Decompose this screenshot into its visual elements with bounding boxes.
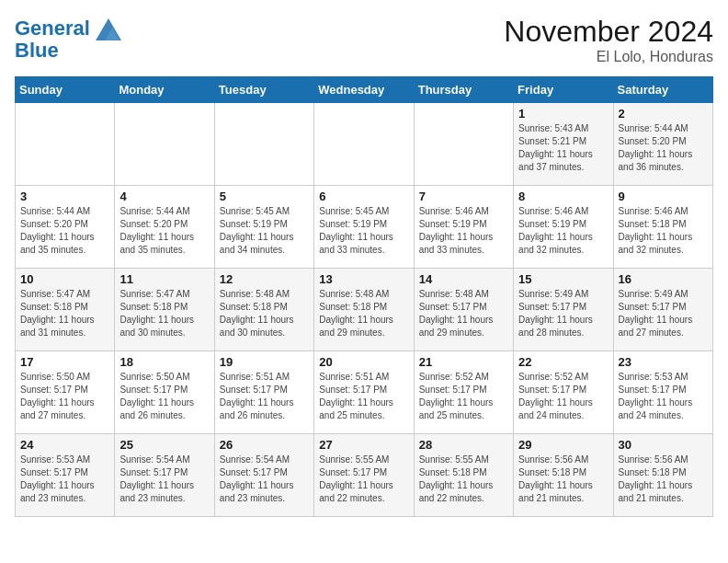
day-number: 18 xyxy=(119,355,209,369)
day-detail: Sunrise: 5:54 AM Sunset: 5:17 PM Dayligh… xyxy=(220,454,309,505)
calendar-cell: 19Sunrise: 5:51 AM Sunset: 5:17 PM Dayli… xyxy=(214,351,313,434)
day-detail: Sunrise: 5:47 AM Sunset: 5:18 PM Dayligh… xyxy=(119,288,209,339)
calendar-cell xyxy=(314,103,414,186)
page-header: General Blue November 2024 El Lolo, Hond… xyxy=(15,15,713,65)
day-number: 29 xyxy=(518,438,608,452)
day-detail: Sunrise: 5:46 AM Sunset: 5:19 PM Dayligh… xyxy=(518,205,608,257)
day-detail: Sunrise: 5:52 AM Sunset: 5:17 PM Dayligh… xyxy=(419,371,508,422)
day-detail: Sunrise: 5:43 AM Sunset: 5:21 PM Dayligh… xyxy=(518,122,608,174)
day-number: 17 xyxy=(20,355,109,369)
calendar-cell: 10Sunrise: 5:47 AM Sunset: 5:18 PM Dayli… xyxy=(16,269,115,351)
month-title: November 2024 xyxy=(504,15,713,49)
day-detail: Sunrise: 5:55 AM Sunset: 5:17 PM Dayligh… xyxy=(319,454,408,505)
calendar-cell xyxy=(214,103,313,186)
calendar-body: 1Sunrise: 5:43 AM Sunset: 5:21 PM Daylig… xyxy=(16,103,713,517)
day-header-thursday: Thursday xyxy=(414,77,513,103)
calendar-cell: 21Sunrise: 5:52 AM Sunset: 5:17 PM Dayli… xyxy=(414,351,513,434)
calendar-cell: 16Sunrise: 5:49 AM Sunset: 5:17 PM Dayli… xyxy=(613,269,712,351)
logo-text: General xyxy=(15,17,90,40)
day-detail: Sunrise: 5:46 AM Sunset: 5:18 PM Dayligh… xyxy=(619,205,708,257)
calendar-cell: 3Sunrise: 5:44 AM Sunset: 5:20 PM Daylig… xyxy=(16,186,115,269)
day-number: 10 xyxy=(20,272,109,286)
day-number: 4 xyxy=(119,190,209,203)
day-number: 8 xyxy=(518,190,608,203)
day-number: 14 xyxy=(419,272,508,286)
calendar-cell: 23Sunrise: 5:53 AM Sunset: 5:17 PM Dayli… xyxy=(613,351,712,434)
calendar-cell xyxy=(414,103,513,186)
calendar-cell: 18Sunrise: 5:50 AM Sunset: 5:17 PM Dayli… xyxy=(115,351,214,434)
calendar-cell: 15Sunrise: 5:49 AM Sunset: 5:17 PM Dayli… xyxy=(514,269,613,351)
day-detail: Sunrise: 5:54 AM Sunset: 5:17 PM Dayligh… xyxy=(119,454,209,505)
day-detail: Sunrise: 5:49 AM Sunset: 5:17 PM Dayligh… xyxy=(619,288,708,339)
calendar-cell: 29Sunrise: 5:56 AM Sunset: 5:18 PM Dayli… xyxy=(514,434,613,517)
calendar-cell: 6Sunrise: 5:45 AM Sunset: 5:19 PM Daylig… xyxy=(314,186,414,269)
calendar-cell: 5Sunrise: 5:45 AM Sunset: 5:19 PM Daylig… xyxy=(214,186,313,269)
day-detail: Sunrise: 5:53 AM Sunset: 5:17 PM Dayligh… xyxy=(20,454,109,505)
calendar-cell: 11Sunrise: 5:47 AM Sunset: 5:18 PM Dayli… xyxy=(115,269,214,351)
day-number: 1 xyxy=(518,107,608,121)
day-header-saturday: Saturday xyxy=(613,77,712,103)
logo-general: General xyxy=(15,17,90,40)
logo: General Blue xyxy=(15,15,125,63)
day-number: 11 xyxy=(119,272,209,286)
day-detail: Sunrise: 5:47 AM Sunset: 5:18 PM Dayligh… xyxy=(20,288,109,339)
calendar-header: SundayMondayTuesdayWednesdayThursdayFrid… xyxy=(16,77,713,103)
day-detail: Sunrise: 5:48 AM Sunset: 5:18 PM Dayligh… xyxy=(319,288,408,339)
calendar-cell: 30Sunrise: 5:56 AM Sunset: 5:18 PM Dayli… xyxy=(613,434,712,517)
calendar-cell: 1Sunrise: 5:43 AM Sunset: 5:21 PM Daylig… xyxy=(514,103,613,186)
day-number: 3 xyxy=(20,190,109,203)
day-number: 7 xyxy=(419,190,508,203)
day-detail: Sunrise: 5:55 AM Sunset: 5:18 PM Dayligh… xyxy=(419,454,508,505)
day-number: 13 xyxy=(319,272,408,286)
calendar-cell: 9Sunrise: 5:46 AM Sunset: 5:18 PM Daylig… xyxy=(613,186,712,269)
day-number: 12 xyxy=(220,272,309,286)
calendar-cell: 26Sunrise: 5:54 AM Sunset: 5:17 PM Dayli… xyxy=(214,434,313,517)
day-detail: Sunrise: 5:56 AM Sunset: 5:18 PM Dayligh… xyxy=(518,454,608,505)
day-detail: Sunrise: 5:48 AM Sunset: 5:18 PM Dayligh… xyxy=(220,288,309,339)
day-number: 20 xyxy=(319,355,408,369)
calendar-cell: 2Sunrise: 5:44 AM Sunset: 5:20 PM Daylig… xyxy=(613,103,712,186)
day-header-monday: Monday xyxy=(115,77,214,103)
day-detail: Sunrise: 5:50 AM Sunset: 5:17 PM Dayligh… xyxy=(20,371,109,422)
calendar-cell: 7Sunrise: 5:46 AM Sunset: 5:19 PM Daylig… xyxy=(414,186,513,269)
day-detail: Sunrise: 5:44 AM Sunset: 5:20 PM Dayligh… xyxy=(619,122,708,174)
calendar-cell xyxy=(16,103,115,186)
day-detail: Sunrise: 5:44 AM Sunset: 5:20 PM Dayligh… xyxy=(20,205,109,257)
calendar-cell: 8Sunrise: 5:46 AM Sunset: 5:19 PM Daylig… xyxy=(514,186,613,269)
calendar-cell: 22Sunrise: 5:52 AM Sunset: 5:17 PM Dayli… xyxy=(514,351,613,434)
day-detail: Sunrise: 5:49 AM Sunset: 5:17 PM Dayligh… xyxy=(518,288,608,339)
day-header-wednesday: Wednesday xyxy=(314,77,414,103)
day-number: 5 xyxy=(220,190,309,203)
day-header-sunday: Sunday xyxy=(16,77,115,103)
calendar-cell: 4Sunrise: 5:44 AM Sunset: 5:20 PM Daylig… xyxy=(115,186,214,269)
day-number: 22 xyxy=(518,355,608,369)
day-detail: Sunrise: 5:51 AM Sunset: 5:17 PM Dayligh… xyxy=(220,371,309,422)
calendar-cell: 17Sunrise: 5:50 AM Sunset: 5:17 PM Dayli… xyxy=(16,351,115,434)
day-header-tuesday: Tuesday xyxy=(214,77,313,103)
calendar-cell: 24Sunrise: 5:53 AM Sunset: 5:17 PM Dayli… xyxy=(16,434,115,517)
day-detail: Sunrise: 5:52 AM Sunset: 5:17 PM Dayligh… xyxy=(518,371,608,422)
day-number: 19 xyxy=(220,355,309,369)
day-detail: Sunrise: 5:48 AM Sunset: 5:17 PM Dayligh… xyxy=(419,288,508,339)
calendar-table: SundayMondayTuesdayWednesdayThursdayFrid… xyxy=(15,76,713,517)
location: El Lolo, Honduras xyxy=(504,49,713,65)
day-detail: Sunrise: 5:45 AM Sunset: 5:19 PM Dayligh… xyxy=(220,205,309,257)
day-number: 26 xyxy=(220,438,309,452)
day-number: 28 xyxy=(419,438,508,452)
title-section: November 2024 El Lolo, Honduras xyxy=(504,15,713,65)
calendar-cell: 27Sunrise: 5:55 AM Sunset: 5:17 PM Dayli… xyxy=(314,434,414,517)
calendar-cell: 28Sunrise: 5:55 AM Sunset: 5:18 PM Dayli… xyxy=(414,434,513,517)
calendar-cell xyxy=(115,103,214,186)
day-detail: Sunrise: 5:53 AM Sunset: 5:17 PM Dayligh… xyxy=(619,371,708,422)
calendar-cell: 25Sunrise: 5:54 AM Sunset: 5:17 PM Dayli… xyxy=(115,434,214,517)
calendar-cell: 20Sunrise: 5:51 AM Sunset: 5:17 PM Dayli… xyxy=(314,351,414,434)
day-detail: Sunrise: 5:44 AM Sunset: 5:20 PM Dayligh… xyxy=(119,205,209,257)
day-detail: Sunrise: 5:51 AM Sunset: 5:17 PM Dayligh… xyxy=(319,371,408,422)
day-number: 9 xyxy=(619,190,708,203)
day-number: 15 xyxy=(518,272,608,286)
day-number: 16 xyxy=(619,272,708,286)
day-number: 27 xyxy=(319,438,408,452)
calendar-cell: 12Sunrise: 5:48 AM Sunset: 5:18 PM Dayli… xyxy=(214,269,313,351)
day-number: 6 xyxy=(319,190,408,203)
day-number: 25 xyxy=(119,438,209,452)
